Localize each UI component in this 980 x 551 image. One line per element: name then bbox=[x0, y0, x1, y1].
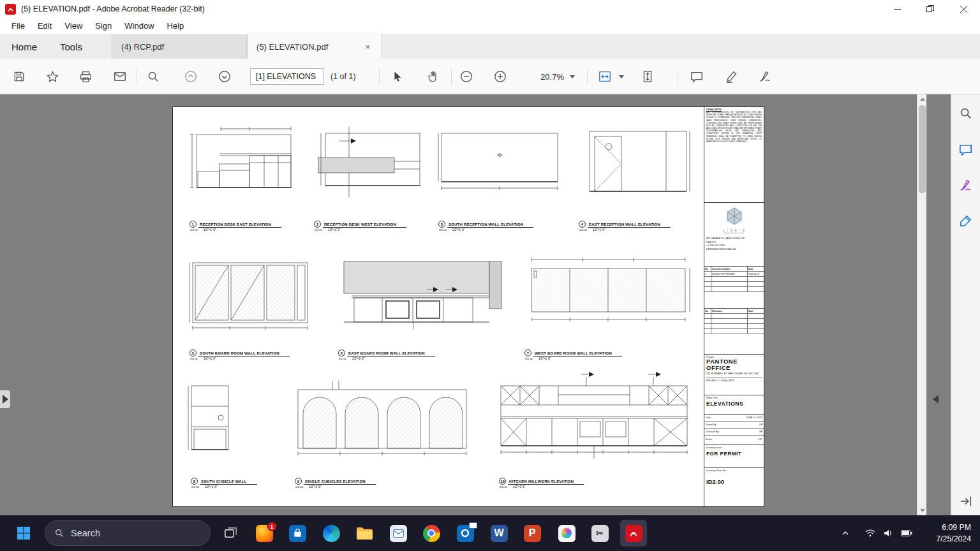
taskbar-app-powerpoint[interactable]: P bbox=[519, 520, 546, 547]
project-no-label: PROJECT # bbox=[706, 379, 720, 382]
drawing-issue-value: FOR PERMIT bbox=[706, 451, 762, 457]
sheet-number: ID2.00 bbox=[706, 478, 762, 485]
elevation-2-drawing bbox=[318, 124, 425, 202]
scroll-up-icon[interactable] bbox=[917, 94, 927, 104]
drawing-label-4: 4EAST RECEPTION WALL ELEVATION ID2.001/2… bbox=[579, 221, 671, 231]
scroll-down-icon[interactable] bbox=[917, 506, 927, 515]
edit-tools-panel-button[interactable] bbox=[954, 209, 977, 232]
next-page-button[interactable] bbox=[213, 65, 236, 88]
close-tab-icon[interactable]: × bbox=[362, 41, 373, 52]
taskbar-app-file-explorer[interactable] bbox=[351, 520, 378, 547]
menu-sign[interactable]: Sign bbox=[89, 21, 118, 31]
scroll-mode-button[interactable] bbox=[636, 65, 659, 88]
sheet-date: JUNE 14, 2021 bbox=[746, 416, 762, 419]
expand-left-panel-button[interactable] bbox=[0, 390, 10, 408]
taskbar-app-outlook[interactable] bbox=[452, 520, 479, 547]
sign-tool-button[interactable] bbox=[754, 65, 776, 88]
right-tool-rail bbox=[951, 94, 980, 515]
email-button[interactable] bbox=[108, 65, 131, 88]
zoom-level-value[interactable]: 20.7% bbox=[531, 72, 564, 82]
taskbar-app-acrobat[interactable] bbox=[620, 520, 647, 547]
elevation-1-drawing bbox=[189, 126, 297, 200]
document-area: 1RECEPTION DESK EAST ELEVATION ID2.001/2… bbox=[0, 94, 980, 515]
drawing-label-2: 2RECEPTION DESK WEST ELEVATION ID2.001/2… bbox=[314, 221, 406, 231]
vertical-scrollbar[interactable] bbox=[917, 94, 926, 515]
sheet-scale: 1/4" bbox=[758, 438, 762, 441]
menu-file[interactable]: File bbox=[5, 21, 31, 31]
menu-edit[interactable]: Edit bbox=[31, 21, 58, 31]
menu-help[interactable]: Help bbox=[161, 21, 191, 31]
print-button[interactable] bbox=[74, 65, 97, 88]
drawing-label-5: 5SOUTH BOARD ROOM WALL ELEVATION ID2.001… bbox=[189, 349, 290, 360]
taskbar: Search 1 W P ✂ bbox=[0, 515, 980, 551]
scrollbar-thumb[interactable] bbox=[919, 105, 926, 193]
fit-dropdown-caret-icon[interactable] bbox=[619, 75, 624, 78]
elevation-6-drawing bbox=[338, 260, 503, 333]
wifi-icon[interactable] bbox=[863, 525, 878, 541]
elevation-3-drawing bbox=[436, 126, 563, 198]
taskbar-app-firefox[interactable]: 1 bbox=[251, 520, 278, 547]
taskbar-clock[interactable]: 6:09 PM 7/25/2024 bbox=[936, 522, 971, 545]
title-block: LEGAL NOTE: ANY REPRODUCTION OR DISTRIBU… bbox=[704, 107, 764, 506]
issue-table: No. Issue Description Date 1 ISSUED FOR … bbox=[704, 267, 764, 309]
task-view-button[interactable] bbox=[217, 520, 244, 547]
project-name-2: OFFICE bbox=[706, 365, 762, 371]
notification-badge: 1 bbox=[267, 522, 277, 531]
zoom-in-button[interactable] bbox=[489, 65, 512, 88]
battery-icon[interactable] bbox=[899, 525, 914, 541]
volume-icon[interactable] bbox=[880, 525, 896, 541]
taskbar-app-edge[interactable] bbox=[318, 520, 345, 547]
taskbar-app-word[interactable]: W bbox=[486, 520, 512, 547]
hand-tool-button[interactable] bbox=[422, 65, 445, 88]
clock-time: 6:09 PM bbox=[936, 522, 971, 533]
doc-tab-rcp[interactable]: (4) RCP.pdf bbox=[112, 34, 247, 59]
doc-tab-elevation[interactable]: (5) ELEVATION.pdf × bbox=[247, 34, 382, 59]
zoom-dropdown-caret-icon[interactable] bbox=[570, 75, 575, 78]
find-button[interactable] bbox=[142, 65, 165, 88]
fit-page-button[interactable] bbox=[593, 65, 616, 88]
drawing-label-10: 10KITCHEN MILLWORK ELEVATION ID2.001/2"=… bbox=[499, 478, 584, 489]
favorite-star-button[interactable] bbox=[41, 65, 64, 88]
clock-date: 7/25/2024 bbox=[936, 533, 971, 545]
studio-email: DESIGNHOUSE@VAN.CA bbox=[706, 248, 762, 252]
menu-view[interactable]: View bbox=[58, 21, 89, 31]
fill-sign-panel-button[interactable] bbox=[954, 173, 977, 196]
project-section: Project: PANTONE OFFICE 355 BURRARD ST, … bbox=[704, 355, 764, 395]
acrobat-app-icon bbox=[5, 4, 16, 15]
taskbar-app-store[interactable] bbox=[284, 520, 311, 547]
taskbar-app-chrome[interactable] bbox=[418, 520, 445, 547]
search-tool-button[interactable] bbox=[954, 102, 977, 125]
restore-button[interactable] bbox=[914, 0, 947, 18]
taskbar-search[interactable]: Search bbox=[45, 520, 211, 546]
elevation-9-drawing bbox=[294, 381, 471, 461]
taskbar-app-snipping-tool[interactable]: ✂ bbox=[586, 520, 613, 547]
tray-overflow-chevron-icon[interactable] bbox=[838, 525, 853, 541]
drawing-label-3: 3SOUTH RECEPTION WALL ELEVATION ID2.001/… bbox=[438, 221, 533, 231]
legal-note-section: LEGAL NOTE: ANY REPRODUCTION OR DISTRIBU… bbox=[704, 107, 764, 203]
tab-tools[interactable]: Tools bbox=[48, 34, 94, 59]
page-number-input[interactable]: [1] ELEVATIONS bbox=[250, 68, 324, 85]
drawing-label-1: 1RECEPTION DESK EAST ELEVATION ID2.001/2… bbox=[189, 221, 281, 231]
tab-home[interactable]: Home bbox=[0, 34, 48, 59]
zoom-out-button[interactable] bbox=[455, 65, 478, 88]
taskbar-app-mail[interactable] bbox=[385, 520, 412, 547]
export-pdf-button[interactable] bbox=[954, 490, 977, 513]
drawing-issue-section: Drawing Issue FOR PERMIT bbox=[704, 445, 764, 468]
save-button[interactable] bbox=[8, 65, 31, 88]
comments-panel-button[interactable] bbox=[954, 138, 977, 161]
collapse-right-panel-button[interactable] bbox=[930, 392, 940, 407]
select-tool-button[interactable] bbox=[386, 65, 409, 88]
close-button[interactable] bbox=[947, 0, 980, 18]
taskbar-app-photos[interactable] bbox=[553, 520, 580, 547]
drawn-by: LE bbox=[759, 423, 762, 426]
menu-window[interactable]: Window bbox=[118, 21, 160, 31]
new-mail-overlay-icon bbox=[469, 522, 477, 529]
checked-by: SS bbox=[759, 430, 762, 433]
comment-tool-button[interactable] bbox=[685, 65, 708, 88]
minimize-button[interactable] bbox=[880, 0, 914, 18]
brand-logo bbox=[706, 207, 762, 228]
highlight-tool-button[interactable] bbox=[720, 65, 743, 88]
start-button[interactable] bbox=[10, 520, 37, 547]
elevation-10-drawing bbox=[496, 369, 692, 466]
previous-page-button[interactable] bbox=[179, 65, 202, 88]
